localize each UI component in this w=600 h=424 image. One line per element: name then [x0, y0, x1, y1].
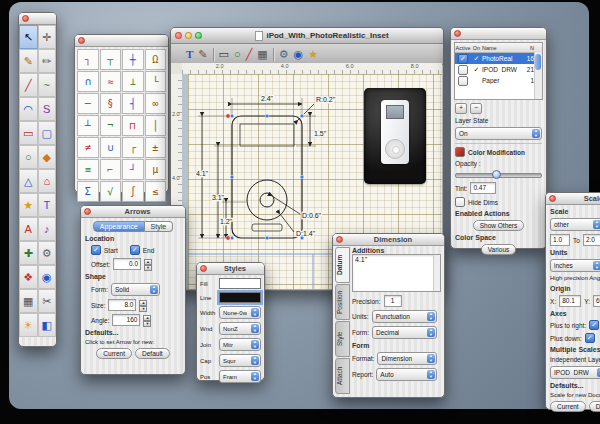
- units-dropdown[interactable]: inches▴▾: [550, 259, 600, 272]
- size-field[interactable]: 8.0: [108, 299, 136, 311]
- close-button[interactable]: [175, 32, 182, 39]
- textarea-scrollbar[interactable]: [433, 255, 440, 291]
- tool-polygon[interactable]: ⌂: [38, 169, 57, 193]
- library-symbol-20[interactable]: ±: [145, 137, 167, 158]
- layer-state-dropdown[interactable]: On▴▾: [455, 127, 542, 140]
- tool-line[interactable]: ╱: [19, 73, 38, 97]
- gear-tool-icon[interactable]: ⚙: [279, 49, 289, 60]
- show-others-button[interactable]: Show Others: [473, 220, 525, 231]
- close-icon[interactable]: [200, 265, 207, 272]
- rect-tool-icon[interactable]: ▭: [219, 49, 229, 60]
- format-dropdown[interactable]: Dimension▴▾: [377, 352, 437, 365]
- tool-plus[interactable]: ✚: [19, 241, 38, 265]
- tool-arc[interactable]: ◠: [19, 97, 38, 121]
- tint-value[interactable]: 0.47: [470, 182, 496, 194]
- opacity-slider[interactable]: [455, 170, 542, 179]
- library-palette-titlebar[interactable]: [75, 35, 168, 47]
- tab-style[interactable]: Style: [335, 321, 350, 357]
- library-symbol-2[interactable]: ┬: [100, 49, 122, 70]
- origin-x-field[interactable]: 80.1: [559, 295, 581, 307]
- scale-default-button[interactable]: Default: [589, 401, 600, 412]
- ipod-wheel-circle[interactable]: [247, 180, 287, 220]
- winding-dropdown[interactable]: NonZ▴▾: [219, 322, 261, 335]
- units-dropdown[interactable]: Punctuation▴▾: [372, 310, 437, 323]
- library-symbol-10[interactable]: §: [100, 93, 122, 114]
- library-symbol-27[interactable]: ∫: [122, 181, 144, 202]
- report-dropdown[interactable]: Auto▴▾: [376, 368, 437, 381]
- document-titlebar[interactable]: iPod_With_PhotoRealistic_Inset: [171, 28, 443, 44]
- library-symbol-23[interactable]: ┘: [122, 159, 144, 180]
- close-icon[interactable]: [549, 195, 556, 202]
- scale-from-field[interactable]: 1.0: [550, 234, 570, 246]
- star-tool-icon[interactable]: ★: [308, 49, 318, 60]
- form-dropdown[interactable]: Solid▴▾: [111, 283, 160, 296]
- tool-grid[interactable]: ▦: [19, 289, 38, 313]
- size-stepper[interactable]: ▲▼: [139, 300, 147, 311]
- end-checkbox[interactable]: ✓: [130, 245, 140, 255]
- layers-scrollbar[interactable]: [534, 52, 542, 99]
- tab-position[interactable]: Position: [335, 284, 350, 320]
- tool-ornament[interactable]: ❖: [19, 265, 38, 289]
- tool-rectangle[interactable]: ▭: [19, 121, 38, 145]
- plus-right-checkbox[interactable]: ✓: [589, 320, 599, 330]
- layer-on-check[interactable]: ✓: [474, 55, 480, 62]
- library-symbol-3[interactable]: ┼: [122, 49, 144, 70]
- start-checkbox[interactable]: ✓: [91, 245, 101, 255]
- zoom-button[interactable]: [195, 32, 202, 39]
- arrows-current-button[interactable]: Current: [96, 348, 132, 359]
- precision-field[interactable]: 1: [384, 295, 402, 307]
- hide-dims-checkbox[interactable]: [455, 197, 465, 207]
- tool-triangle[interactable]: △: [19, 169, 38, 193]
- remove-layer-button[interactable]: −: [470, 103, 482, 114]
- layer-row-photoreal[interactable]: ✓ ✓ PhotoReal 16: [455, 53, 542, 64]
- ipod-button-circle[interactable]: [260, 193, 274, 207]
- library-symbol-14[interactable]: ¬: [100, 115, 122, 136]
- add-layer-button[interactable]: +: [455, 103, 467, 114]
- additions-textarea[interactable]: 4.1": [352, 254, 441, 292]
- layer-active-checkbox[interactable]: [458, 76, 468, 86]
- line-tool-icon[interactable]: ╱: [246, 49, 253, 60]
- tool-text[interactable]: T: [38, 193, 57, 217]
- text-tool-icon[interactable]: T: [186, 49, 193, 60]
- tab-attach[interactable]: Attach: [335, 358, 350, 394]
- arrows-default-button[interactable]: Default: [135, 348, 170, 359]
- tool-gear[interactable]: ⚙: [38, 241, 57, 265]
- library-symbol-22[interactable]: ⌐: [100, 159, 122, 180]
- oval-tool-icon[interactable]: ○: [234, 49, 241, 60]
- layer-row-paper[interactable]: Paper 1: [455, 75, 542, 86]
- close-icon[interactable]: [78, 37, 85, 44]
- color-space-button[interactable]: Various: [481, 244, 517, 255]
- tab-appearance[interactable]: Appearance: [93, 221, 145, 232]
- tool-pen[interactable]: ✏: [38, 49, 57, 73]
- library-symbol-1[interactable]: ┐: [77, 49, 99, 70]
- library-symbol-24[interactable]: µ: [145, 159, 167, 180]
- library-symbol-7[interactable]: ⊥: [122, 71, 144, 92]
- origin-y-field[interactable]: 69: [593, 295, 600, 307]
- close-icon[interactable]: [22, 15, 29, 22]
- scale-titlebar[interactable]: Scale: [546, 193, 600, 205]
- library-symbol-21[interactable]: ≡: [77, 159, 99, 180]
- position-dropdown[interactable]: Fram▴▾: [219, 370, 261, 383]
- join-dropdown[interactable]: Mitr▴▾: [219, 338, 261, 351]
- tool-note[interactable]: ♪: [38, 217, 57, 241]
- library-symbol-25[interactable]: Σ: [77, 181, 99, 202]
- library-symbol-4[interactable]: Ω: [145, 49, 167, 70]
- tool-oval[interactable]: ○: [19, 145, 38, 169]
- tool-pencil[interactable]: ✎: [19, 49, 38, 73]
- layer-active-checkbox[interactable]: ✓: [458, 54, 468, 64]
- tab-style[interactable]: Style: [145, 221, 174, 232]
- library-symbol-28[interactable]: ≤: [145, 181, 167, 202]
- scale-layer-dropdown[interactable]: IPOD_DRW▴▾: [550, 366, 600, 379]
- offset-field[interactable]: 0.0: [113, 258, 141, 270]
- tool-freehand[interactable]: ~: [38, 73, 57, 97]
- library-symbol-17[interactable]: ≠: [77, 137, 99, 158]
- angle-stepper[interactable]: ▲▼: [143, 315, 151, 326]
- tool-scissors[interactable]: ✂: [38, 289, 57, 313]
- library-symbol-19[interactable]: ┌: [122, 137, 144, 158]
- scrollbar-thumb[interactable]: [535, 54, 541, 70]
- ipod-screen-rect[interactable]: [240, 124, 294, 146]
- library-symbol-6[interactable]: ≈: [100, 71, 122, 92]
- tool-move[interactable]: ✛: [38, 25, 57, 49]
- tool-curve[interactable]: S: [38, 97, 57, 121]
- cap-dropdown[interactable]: Squr▴▾: [219, 354, 261, 367]
